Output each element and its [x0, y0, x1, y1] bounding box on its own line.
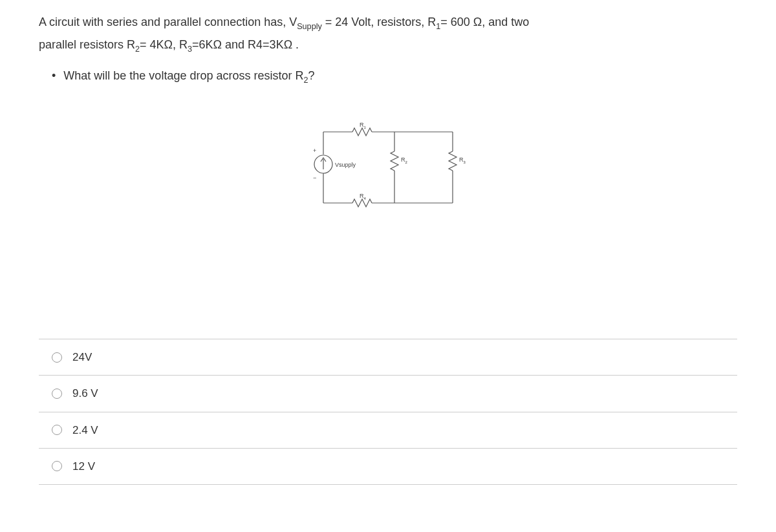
subscript: 2 — [135, 44, 140, 53]
answer-radio[interactable] — [52, 461, 62, 471]
answer-option[interactable]: 12 V — [39, 449, 737, 485]
answer-option[interactable]: 2.4 V — [39, 412, 737, 449]
label-plus: + — [313, 147, 316, 154]
question-text: A circuit with series and parallel conne… — [39, 13, 737, 87]
question-line-2: parallel resistors R2= 4KΩ, R3=6KΩ and R… — [39, 36, 737, 56]
answer-radio[interactable] — [52, 352, 62, 363]
label-r3: R3 — [459, 156, 466, 164]
answer-radio[interactable] — [52, 425, 62, 435]
text-fragment: ? — [308, 69, 314, 82]
bullet-text: What will be the voltage drop across res… — [63, 67, 314, 87]
answer-label[interactable]: 2.4 V — [72, 421, 98, 439]
circuit-svg: R1 R2 R3 R4 Vsupply + − — [304, 119, 472, 222]
text-fragment: =6KΩ and R4=3KΩ . — [192, 38, 299, 51]
subscript: Supply — [297, 22, 322, 31]
text-fragment: What will be the voltage drop across res… — [63, 69, 303, 82]
question-line-1: A circuit with series and parallel conne… — [39, 13, 737, 33]
answer-label[interactable]: 24V — [72, 348, 92, 366]
label-r4: R4 — [360, 193, 367, 200]
label-minus: − — [313, 175, 316, 181]
answer-list: 24V 9.6 V 2.4 V 12 V — [39, 339, 737, 485]
text-fragment: = 600 Ω, and two — [440, 16, 529, 28]
answer-label[interactable]: 9.6 V — [72, 385, 98, 402]
bullet-icon: • — [52, 67, 56, 85]
label-r1: R1 — [360, 122, 367, 129]
circuit-diagram: R1 R2 R3 R4 Vsupply + − — [39, 119, 737, 222]
question-bullet: • What will be the voltage drop across r… — [52, 67, 737, 87]
text-fragment: = 24 Volt, resistors, R — [322, 16, 436, 28]
answer-radio[interactable] — [52, 388, 62, 399]
answer-option[interactable]: 24V — [39, 339, 737, 376]
text-fragment: = 4KΩ, R — [140, 38, 188, 51]
answer-option[interactable]: 9.6 V — [39, 376, 737, 412]
text-fragment: A circuit with series and parallel conne… — [39, 16, 297, 28]
answer-label[interactable]: 12 V — [72, 458, 95, 475]
text-fragment: parallel resistors R — [39, 38, 135, 51]
label-vsupply: Vsupply — [335, 162, 356, 168]
label-r2: R2 — [401, 156, 408, 164]
